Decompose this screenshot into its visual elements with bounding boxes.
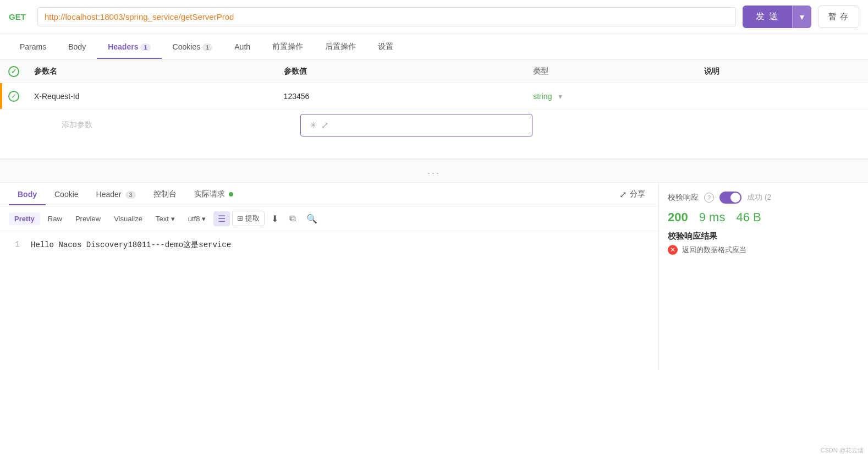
text-format-dropdown[interactable]: Text ▾ bbox=[150, 212, 180, 225]
resp-tab-body[interactable]: Body bbox=[9, 183, 46, 205]
send-button[interactable]: 发 送 bbox=[743, 6, 792, 28]
wrap-lines-btn[interactable]: ☰ bbox=[213, 211, 230, 226]
tab-settings[interactable]: 设置 bbox=[367, 34, 404, 59]
param-name-title: 参数名 bbox=[28, 62, 277, 81]
verify-toggle-row: 校验响应 ? 成功 (2 bbox=[668, 192, 859, 204]
share-button[interactable]: ⤢ 分享 bbox=[615, 187, 650, 202]
fmt-preview-btn[interactable]: Preview bbox=[70, 212, 106, 225]
response-time: 9 ms bbox=[699, 210, 726, 225]
tab-headers[interactable]: Headers1 bbox=[97, 35, 161, 59]
copy-btn[interactable]: ⧉ bbox=[285, 211, 300, 226]
add-param-placeholder[interactable]: 添加参数 bbox=[28, 120, 300, 130]
response-tabs: Body Cookie Header 3 控制台 实际请求 ⤢ 分享 bbox=[0, 183, 658, 206]
type-dropdown-icon[interactable]: ▾ bbox=[558, 92, 562, 101]
param-type-title: 类型 bbox=[526, 62, 697, 81]
fmt-visualize-btn[interactable]: Visualize bbox=[108, 212, 148, 225]
param-desc-title: 说明 bbox=[697, 62, 868, 81]
input-icons: ✳ ⤢ bbox=[307, 119, 331, 132]
url-input[interactable] bbox=[37, 7, 736, 26]
status-row: 200 9 ms 46 B bbox=[668, 210, 859, 225]
tab-pre-script[interactable]: 前置操作 bbox=[261, 34, 314, 59]
send-btn-group: 发 送 ▼ bbox=[743, 6, 811, 28]
row-param-type: string ▾ bbox=[526, 88, 697, 105]
search-btn[interactable]: 🔍 bbox=[302, 211, 322, 226]
verify-toggle[interactable] bbox=[719, 192, 741, 204]
resp-tab-actual-request[interactable]: 实际请求 bbox=[185, 183, 243, 206]
row-check-col[interactable]: ✓ bbox=[0, 91, 28, 102]
resp-tab-console[interactable]: 控制台 bbox=[145, 183, 185, 206]
http-method: GET bbox=[9, 12, 31, 21]
row-param-desc[interactable] bbox=[697, 92, 868, 101]
request-tabs: Params Body Headers1 Cookies1 Auth 前置操作 … bbox=[0, 34, 868, 60]
check-all-icon[interactable]: ✓ bbox=[8, 66, 19, 77]
encoding-dropdown-arrow: ▾ bbox=[202, 215, 206, 223]
actual-request-dot bbox=[229, 192, 233, 196]
extract-icon: ⊞ bbox=[237, 214, 243, 222]
success-label: 成功 (2 bbox=[747, 193, 771, 203]
headers-badge: 1 bbox=[140, 43, 150, 51]
send-dropdown-button[interactable]: ▼ bbox=[792, 6, 811, 28]
response-right-panel: 校验响应 ? 成功 (2 200 9 ms 46 B 校验响应结果 ✕ 返回的数… bbox=[659, 183, 868, 370]
url-bar: GET 发 送 ▼ 暂 存 bbox=[0, 0, 868, 34]
section-separator: ... bbox=[0, 159, 868, 183]
response-content: 1 Hello Nacos Discovery18011---demo这是ser… bbox=[0, 231, 658, 370]
response-text: Hello Nacos Discovery18011---demo这是servi… bbox=[31, 240, 231, 361]
verify-error-icon: ✕ bbox=[668, 245, 678, 255]
encoding-dropdown[interactable]: utf8 ▾ bbox=[183, 212, 212, 225]
tab-auth[interactable]: Auth bbox=[223, 35, 261, 59]
resp-tab-header[interactable]: Header 3 bbox=[87, 183, 145, 205]
header-badge: 3 bbox=[125, 191, 135, 199]
check-all-col[interactable]: ✓ bbox=[0, 66, 28, 77]
response-left-panel: Body Cookie Header 3 控制台 实际请求 ⤢ 分享 P bbox=[0, 183, 659, 370]
extract-btn[interactable]: ⊞ 提取 bbox=[232, 211, 265, 226]
resp-tab-cookie[interactable]: Cookie bbox=[46, 183, 87, 205]
tab-cookies[interactable]: Cookies1 bbox=[162, 35, 224, 59]
save-button[interactable]: 暂 存 bbox=[818, 6, 859, 28]
fmt-pretty-btn[interactable]: Pretty bbox=[9, 212, 40, 225]
row-param-value[interactable]: 123456 bbox=[277, 88, 527, 105]
param-value-title: 参数值 bbox=[277, 62, 527, 81]
verify-result-section: 校验响应结果 ✕ 返回的数据格式应当 bbox=[668, 231, 859, 255]
row-check-icon[interactable]: ✓ bbox=[8, 91, 19, 102]
tab-params[interactable]: Params bbox=[9, 35, 57, 59]
verify-label: 校验响应 bbox=[668, 193, 699, 203]
row-param-name[interactable]: X-Request-Id bbox=[28, 88, 277, 105]
download-btn[interactable]: ⬇ bbox=[267, 211, 283, 226]
share-icon: ⤢ bbox=[619, 189, 627, 200]
response-size: 46 B bbox=[736, 210, 761, 225]
expand-icon[interactable]: ⤢ bbox=[321, 120, 328, 130]
magic-icon[interactable]: ✳ bbox=[310, 120, 317, 130]
row-indicator bbox=[0, 83, 2, 109]
add-type-col bbox=[532, 121, 700, 129]
add-desc-col bbox=[700, 121, 868, 129]
headers-section: ✓ 参数名 参数值 类型 说明 ✓ X-Request-Id 123456 st… bbox=[0, 60, 868, 159]
fmt-raw-btn[interactable]: Raw bbox=[42, 212, 68, 225]
verify-result-title: 校验响应结果 bbox=[668, 231, 859, 242]
headers-title-row: ✓ 参数名 参数值 类型 说明 bbox=[0, 60, 868, 83]
response-area: Body Cookie Header 3 控制台 实际请求 ⤢ 分享 P bbox=[0, 183, 868, 370]
add-param-row: 添加参数 ✳ ⤢ bbox=[0, 110, 868, 140]
tab-body[interactable]: Body bbox=[57, 35, 97, 59]
format-toolbar: Pretty Raw Preview Visualize Text ▾ utf8… bbox=[0, 206, 658, 231]
status-code: 200 bbox=[668, 210, 688, 225]
verify-help-icon[interactable]: ? bbox=[704, 193, 714, 203]
text-dropdown-arrow: ▾ bbox=[171, 215, 175, 223]
tab-post-script[interactable]: 后置操作 bbox=[314, 34, 367, 59]
verify-result-item: ✕ 返回的数据格式应当 bbox=[668, 245, 859, 255]
add-value-input-box: ✳ ⤢ bbox=[300, 114, 532, 136]
verify-error-text: 返回的数据格式应当 bbox=[682, 245, 746, 255]
line-number: 1 bbox=[9, 240, 20, 361]
table-row: ✓ X-Request-Id 123456 string ▾ bbox=[0, 83, 868, 110]
add-value-input[interactable]: ✳ ⤢ bbox=[300, 114, 532, 136]
cookies-badge: 1 bbox=[202, 43, 212, 51]
